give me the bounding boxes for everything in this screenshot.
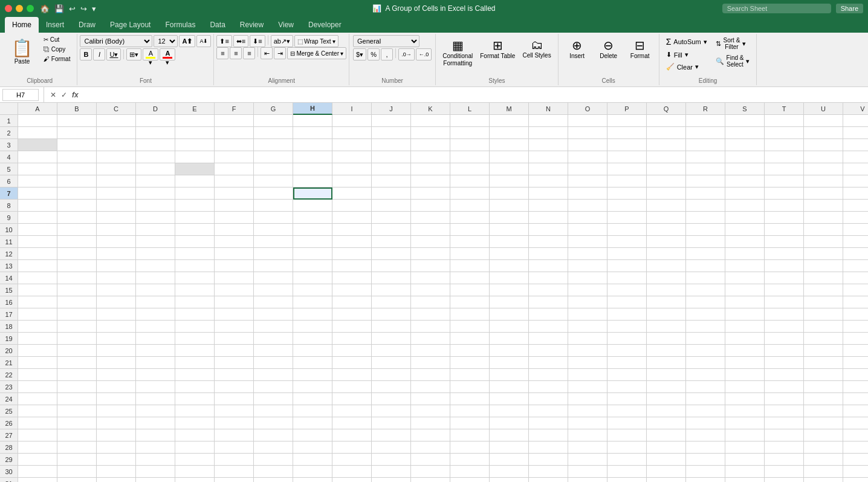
find-select-button[interactable]: 🔍 Find &Select▾ [713,53,753,70]
cell-C10[interactable] [97,224,136,236]
cell-R9[interactable] [686,212,725,224]
cell-U31[interactable] [804,478,843,482]
cell-U14[interactable] [804,272,843,284]
cell-M17[interactable] [490,308,529,321]
cell-P6[interactable] [607,175,647,187]
cell-O12[interactable] [568,248,607,260]
cell-P15[interactable] [607,284,647,296]
row-number-3[interactable]: 3 [0,139,18,151]
cell-B1[interactable] [57,115,97,127]
col-header-S[interactable]: S [725,103,765,115]
cell-G10[interactable] [254,224,293,236]
cell-M25[interactable] [490,405,529,417]
cell-E5[interactable] [175,163,215,175]
cell-F28[interactable] [215,441,254,454]
cell-H7[interactable] [293,187,332,200]
corner-cell[interactable] [0,103,18,115]
cell-V28[interactable] [843,441,868,454]
cell-M6[interactable] [490,175,529,187]
cell-R21[interactable] [686,357,725,369]
cell-D12[interactable] [136,248,175,260]
cell-J1[interactable] [372,115,411,127]
cell-C18[interactable] [97,321,136,333]
cell-L4[interactable] [450,151,490,163]
cell-E3[interactable] [175,139,215,151]
cell-M26[interactable] [490,417,529,429]
accounting-format-button[interactable]: $▾ [353,48,366,60]
cell-S24[interactable] [725,393,765,405]
cell-B23[interactable] [57,381,97,393]
cell-T1[interactable] [765,115,804,127]
cell-V25[interactable] [843,405,868,417]
cell-F22[interactable] [215,369,254,381]
cell-J2[interactable] [372,127,411,139]
cell-F7[interactable] [215,187,254,200]
cell-C27[interactable] [97,429,136,441]
cell-P24[interactable] [607,393,647,405]
cell-S31[interactable] [725,478,765,482]
row-number-11[interactable]: 11 [0,236,18,248]
cell-A5[interactable] [18,163,57,175]
cell-P30[interactable] [607,466,647,478]
cell-A14[interactable] [18,272,57,284]
cell-K13[interactable] [411,260,450,272]
cell-R25[interactable] [686,405,725,417]
cell-O22[interactable] [568,369,607,381]
cell-D9[interactable] [136,212,175,224]
redo-qa-button[interactable]: ↪ [79,4,88,13]
cell-A6[interactable] [18,175,57,187]
cell-R31[interactable] [686,478,725,482]
cell-L6[interactable] [450,175,490,187]
cell-Q16[interactable] [647,296,686,308]
cell-B8[interactable] [57,200,97,212]
cell-O4[interactable] [568,151,607,163]
cell-D30[interactable] [136,466,175,478]
cell-H15[interactable] [293,284,332,296]
cell-L11[interactable] [450,236,490,248]
cell-G8[interactable] [254,200,293,212]
row-number-1[interactable]: 1 [0,115,18,127]
cell-C2[interactable] [97,127,136,139]
cell-R19[interactable] [686,333,725,345]
cell-I3[interactable] [332,139,372,151]
cell-U2[interactable] [804,127,843,139]
cell-U17[interactable] [804,308,843,321]
qa-more-button[interactable]: ▾ [91,4,97,13]
cell-S14[interactable] [725,272,765,284]
cell-I1[interactable] [332,115,372,127]
cell-B30[interactable] [57,466,97,478]
row-number-20[interactable]: 20 [0,345,18,357]
cell-B6[interactable] [57,175,97,187]
cell-A22[interactable] [18,369,57,381]
align-left-button[interactable]: ≡ [216,47,228,59]
cell-G30[interactable] [254,466,293,478]
cell-L10[interactable] [450,224,490,236]
cell-U11[interactable] [804,236,843,248]
col-header-Q[interactable]: Q [647,103,686,115]
cell-E13[interactable] [175,260,215,272]
cell-Q4[interactable] [647,151,686,163]
cell-R17[interactable] [686,308,725,321]
cell-F18[interactable] [215,321,254,333]
insert-button[interactable]: ⊕ Insert [562,35,592,62]
cell-I13[interactable] [332,260,372,272]
decrease-indent-button[interactable]: ⇤ [261,47,273,59]
cell-B26[interactable] [57,417,97,429]
cell-R26[interactable] [686,417,725,429]
cell-H1[interactable] [293,115,332,127]
cell-G16[interactable] [254,296,293,308]
cell-C23[interactable] [97,381,136,393]
cell-Q23[interactable] [647,381,686,393]
autosum-button[interactable]: Σ AutoSum▾ [663,35,710,48]
cell-K20[interactable] [411,345,450,357]
row-number-30[interactable]: 30 [0,466,18,478]
cell-G7[interactable] [254,187,293,200]
cell-R30[interactable] [686,466,725,478]
tab-review[interactable]: Review [233,17,271,33]
cell-P27[interactable] [607,429,647,441]
cell-T9[interactable] [765,212,804,224]
cell-J15[interactable] [372,284,411,296]
row-number-22[interactable]: 22 [0,369,18,381]
cell-P18[interactable] [607,321,647,333]
cell-M1[interactable] [490,115,529,127]
